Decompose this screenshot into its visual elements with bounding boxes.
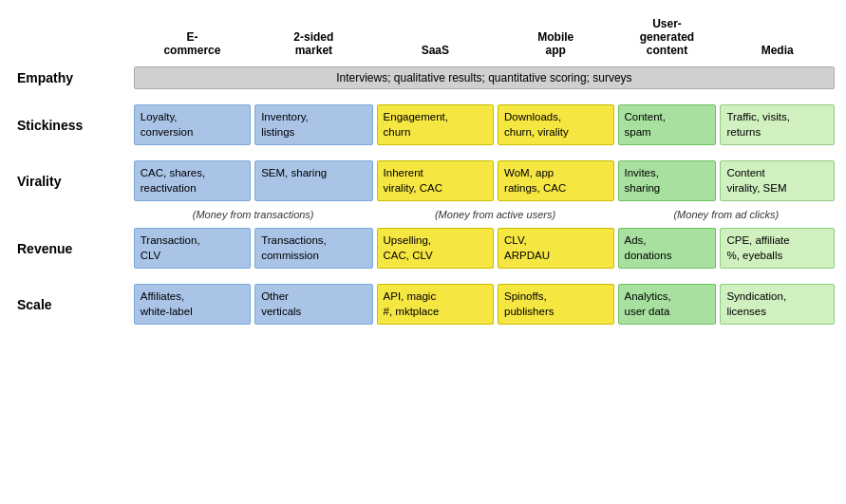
cell-stickiness-twosided: Inventory,listings bbox=[254, 104, 372, 145]
row-empathy: Empathy Interviews; qualitative results;… bbox=[11, 66, 835, 89]
row-label-stickiness: Stickiness bbox=[11, 104, 130, 145]
corner-cell bbox=[11, 13, 130, 63]
cell-revenue-saas: Upselling,CAC, CLV bbox=[377, 228, 494, 269]
cell-scale-saas: API, magic#, mktplace bbox=[377, 284, 494, 325]
main-container: E-commerce 2-sidedmarket SaaS Mobileapp … bbox=[0, 0, 846, 338]
cell-virality-mobile: WoM, appratings, CAC bbox=[498, 160, 613, 201]
col-header-two-sided: 2-sidedmarket bbox=[254, 13, 372, 63]
row-virality: Virality CAC, shares,reactivation SEM, s… bbox=[11, 160, 835, 201]
cell-scale-mobile: Spinoffs,publishers bbox=[498, 284, 613, 325]
cell-scale-media: Syndication,licenses bbox=[720, 284, 835, 325]
cell-stickiness-ugc: Content,spam bbox=[618, 104, 717, 145]
row-stickiness: Stickiness Loyalty,conversion Inventory,… bbox=[11, 104, 835, 145]
row-label-scale: Scale bbox=[11, 284, 130, 325]
note-ad-clicks: (Money from ad clicks) bbox=[618, 205, 835, 224]
col-header-ugc: User-generatedcontent bbox=[618, 13, 717, 63]
cell-virality-saas: Inherentvirality, CAC bbox=[377, 160, 494, 201]
row-label-revenue: Revenue bbox=[11, 228, 130, 269]
row-label-virality: Virality bbox=[11, 160, 130, 201]
cell-revenue-mobile: CLV,ARPDAU bbox=[498, 228, 613, 269]
note-transactions: (Money from transactions) bbox=[134, 205, 373, 224]
row-revenue: Revenue Transaction,CLV Transactions,com… bbox=[11, 228, 835, 269]
cell-stickiness-ecommerce: Loyalty,conversion bbox=[134, 104, 251, 145]
col-header-media: Media bbox=[720, 13, 835, 63]
empathy-merged-cell: Interviews; qualitative results; quantit… bbox=[134, 66, 835, 89]
row-label-empathy: Empathy bbox=[11, 66, 130, 89]
cell-stickiness-mobile: Downloads,churn, virality bbox=[498, 104, 613, 145]
cell-revenue-media: CPE, affiliate%, eyeballs bbox=[720, 228, 835, 269]
cell-scale-ugc: Analytics,user data bbox=[618, 284, 717, 325]
framework-table: E-commerce 2-sidedmarket SaaS Mobileapp … bbox=[8, 9, 838, 328]
cell-scale-ecommerce: Affiliates,white-label bbox=[134, 284, 251, 325]
notes-corner bbox=[11, 205, 130, 224]
row-notes: (Money from transactions) (Money from ac… bbox=[11, 205, 835, 224]
cell-revenue-ugc: Ads,donations bbox=[618, 228, 717, 269]
cell-virality-ugc: Invites,sharing bbox=[618, 160, 717, 201]
cell-stickiness-saas: Engagement,churn bbox=[377, 104, 494, 145]
cell-revenue-twosided: Transactions,commission bbox=[254, 228, 372, 269]
cell-virality-ecommerce: CAC, shares,reactivation bbox=[134, 160, 251, 201]
cell-stickiness-media: Traffic, visits,returns bbox=[720, 104, 835, 145]
cell-virality-twosided: SEM, sharing bbox=[254, 160, 372, 201]
cell-scale-twosided: Otherverticals bbox=[254, 284, 372, 325]
cell-virality-media: Contentvirality, SEM bbox=[720, 160, 835, 201]
row-scale: Scale Affiliates,white-label Othervertic… bbox=[11, 284, 835, 325]
note-active-users: (Money from active users) bbox=[377, 205, 614, 224]
col-header-mobile: Mobileapp bbox=[498, 13, 613, 63]
cell-revenue-ecommerce: Transaction,CLV bbox=[134, 228, 251, 269]
col-header-saas: SaaS bbox=[377, 13, 494, 63]
col-header-ecommerce: E-commerce bbox=[134, 13, 251, 63]
